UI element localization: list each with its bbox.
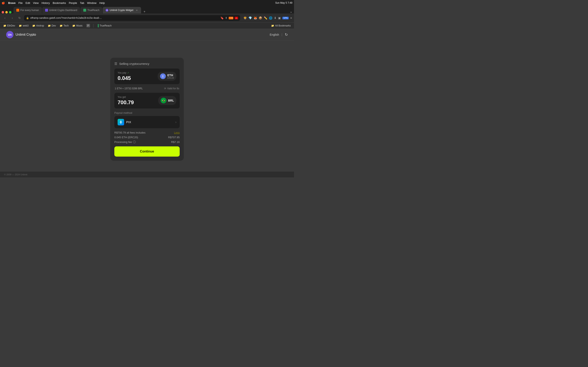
maximize-button[interactable] bbox=[9, 11, 11, 13]
bookmarks-bar: 📁 EthDev 📁 web3 📁 Airdrop 📁 Dev 📁 Tech 📁… bbox=[0, 22, 294, 29]
tab-unlimit-dashboard[interactable]: Unlimit Crypto Dashboard bbox=[42, 7, 80, 13]
bookmark-airdrop[interactable]: 📁 Airdrop bbox=[31, 24, 45, 27]
widget-wrapper: ☰ Selling cryptocurrency You pay ✓ 0.045… bbox=[110, 41, 184, 177]
fee-toggle-button[interactable]: Less bbox=[174, 131, 180, 134]
download-icon[interactable]: ⬇ bbox=[274, 16, 277, 20]
bookmark-label: Music bbox=[76, 24, 82, 27]
bookmark-separator bbox=[93, 24, 94, 27]
bookmark-tech[interactable]: 📁 Tech bbox=[58, 24, 70, 27]
you-pay-value[interactable]: 0.045 bbox=[118, 75, 131, 81]
rate-row: 1 ETH ≈ 15732.0286 BRL ⟳ Valid for 8s bbox=[114, 87, 180, 90]
bookmark-icon[interactable]: 🔖 bbox=[220, 16, 224, 20]
menu-history[interactable]: History bbox=[42, 1, 50, 4]
extension-icon-2[interactable]: 📦 bbox=[259, 16, 262, 20]
extension-icon-3[interactable]: ✏️ bbox=[264, 16, 267, 20]
currency-selector-eth[interactable]: Ξ ETH ERC20 bbox=[158, 72, 176, 81]
menu-file[interactable]: File bbox=[18, 1, 23, 4]
folder-icon: 📁 bbox=[19, 24, 22, 27]
menu-help[interactable]: Help bbox=[99, 1, 105, 4]
folder-icon: 📁 bbox=[72, 24, 75, 27]
menu-edit[interactable]: Edit bbox=[26, 1, 30, 4]
payout-name: PIX bbox=[126, 120, 173, 124]
payout-option-pix[interactable]: PIX › bbox=[114, 116, 180, 128]
share-icon[interactable]: ⬆ bbox=[225, 16, 227, 20]
minimize-button[interactable] bbox=[5, 11, 8, 13]
bookmark-label: Dev bbox=[52, 24, 56, 27]
address-bar-icons: 🔖 ⬆ 🛡3 ⚠ bbox=[220, 16, 238, 20]
hamburger-icon[interactable]: ☰ bbox=[114, 62, 117, 66]
all-bookmarks[interactable]: 📁 All Bookmarks bbox=[270, 24, 292, 27]
fee-processing-label: Processing fee bbox=[114, 141, 132, 143]
fee-total-suffix: all fees includes bbox=[127, 131, 146, 134]
menu-brave[interactable]: Brave bbox=[8, 1, 16, 4]
tab-truereach[interactable]: TrueReach bbox=[80, 7, 102, 13]
you-pay-left: You pay ✓ 0.045 bbox=[118, 71, 131, 81]
bookmark-dev[interactable]: 📁 Dev bbox=[47, 24, 57, 27]
url-text: offramp-sandbox.gatefi.com/?merchantId=f… bbox=[30, 17, 102, 19]
fee-section: R$700.79 all fees includes Less 0.045 ET… bbox=[114, 131, 180, 143]
you-get-box: You get 700.79 🇧🇷 BRL bbox=[114, 93, 180, 108]
tab-label: Unlimit Crypto Dashboard bbox=[49, 9, 77, 12]
bookmark-label: Airdrop bbox=[36, 24, 44, 27]
menu-bookmarks[interactable]: Bookmarks bbox=[53, 1, 66, 4]
vpn-badge[interactable]: VPN bbox=[282, 17, 289, 19]
address-bar[interactable]: 🔒 offramp-sandbox.gatefi.com/?merchantId… bbox=[24, 15, 240, 21]
sidebar-icon[interactable]: ▣ bbox=[278, 16, 281, 20]
tab-overflow-button[interactable]: ⌄ bbox=[290, 9, 292, 13]
currency-selector-brl[interactable]: 🇧🇷 BRL bbox=[158, 96, 176, 105]
alert-icon[interactable]: ⚠ bbox=[234, 17, 238, 19]
tab-label: For every human bbox=[20, 9, 39, 12]
close-button[interactable] bbox=[2, 11, 4, 13]
wallet-icon[interactable]: 💎 bbox=[249, 16, 252, 20]
continue-button[interactable]: Continue bbox=[114, 146, 180, 157]
extension-icon-4[interactable]: 🌐 bbox=[269, 16, 272, 20]
forward-button[interactable]: › bbox=[9, 15, 15, 21]
refresh-button[interactable]: ↻ bbox=[285, 33, 288, 37]
fee-row-processing: Processing fee i R$7.16 bbox=[114, 141, 180, 143]
copyright-text: © 2009 — 2024 Unlimit bbox=[4, 173, 27, 176]
bookmark-web3[interactable]: 📁 web3 bbox=[17, 24, 30, 27]
tab-label: Unlimit Crypto Widget bbox=[110, 9, 133, 12]
tab-label: TrueReach bbox=[87, 9, 99, 12]
menu-icon[interactable]: ≡ bbox=[290, 16, 292, 20]
menu-tab[interactable]: Tab bbox=[80, 1, 84, 4]
back-button[interactable]: ‹ bbox=[2, 15, 8, 21]
menu-people[interactable]: People bbox=[69, 1, 77, 4]
bookmark-label: Tech bbox=[63, 24, 69, 27]
new-tab-button[interactable]: + bbox=[141, 10, 147, 13]
extension-icon-1[interactable]: 🦊 bbox=[254, 16, 257, 20]
brave-shield-icon[interactable]: 🦁 bbox=[243, 16, 247, 20]
language-selector[interactable]: English bbox=[270, 33, 279, 36]
bookmark-ethddev[interactable]: 📁 EthDev bbox=[2, 24, 16, 27]
menu-view[interactable]: View bbox=[33, 1, 39, 4]
tab-unlimit-widget[interactable]: U Unlimit Crypto Widget ✕ bbox=[103, 7, 141, 13]
menu-bar-right: Sun May 5 7:49 bbox=[275, 1, 292, 4]
page-content: Un Unlimit Crypto English | ↻ ☰ Selling … bbox=[0, 29, 294, 177]
valid-text: ⟳ Valid for 8s bbox=[164, 87, 179, 90]
bookmark-p[interactable]: P bbox=[85, 24, 91, 28]
apple-menu[interactable]: 🍎 bbox=[2, 1, 5, 4]
browser-chrome: For every human Unlimit Crypto Dashboard… bbox=[0, 6, 294, 29]
pix-icon bbox=[118, 119, 124, 125]
you-pay-box: You pay ✓ 0.045 Ξ ETH ERC20 bbox=[114, 68, 180, 84]
eth-icon: Ξ bbox=[160, 73, 166, 79]
bookmark-label: web3 bbox=[23, 24, 29, 27]
folder-icon: 📁 bbox=[60, 24, 63, 27]
logo-avatar: Un bbox=[6, 31, 13, 38]
page-footer: © 2009 — 2024 Unlimit bbox=[0, 171, 294, 177]
widget-title: Selling cryptocurrency bbox=[119, 62, 149, 66]
reload-button[interactable]: ↻ bbox=[17, 15, 22, 21]
menu-window[interactable]: Window bbox=[87, 1, 96, 4]
bookmark-icon-p: P bbox=[86, 24, 90, 27]
tab-for-every-human[interactable]: For every human bbox=[13, 7, 42, 13]
all-bookmarks-label: All Bookmarks bbox=[275, 24, 291, 27]
fee-total-value: R$700.79 bbox=[114, 131, 126, 134]
check-icon: ✓ bbox=[127, 71, 129, 74]
bookmark-truereach[interactable]: ▐ TrueReach bbox=[95, 24, 113, 27]
bookmark-music[interactable]: 📁 Music bbox=[71, 24, 84, 27]
info-icon[interactable]: i bbox=[133, 141, 136, 143]
tab-favicon: U bbox=[105, 9, 108, 12]
tab-close-button[interactable]: ✕ bbox=[135, 9, 138, 12]
page-header: Un Unlimit Crypto English | ↻ bbox=[0, 29, 294, 41]
folder-icon: 📁 bbox=[271, 24, 274, 27]
